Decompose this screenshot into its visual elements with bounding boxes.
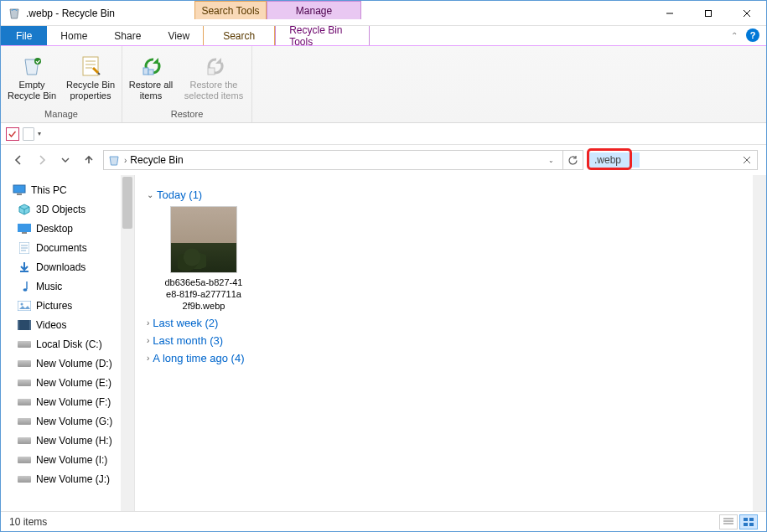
tree-label: Downloads: [36, 261, 86, 273]
tree-label: New Volume (H:): [36, 435, 112, 447]
minimize-button[interactable]: [650, 1, 689, 26]
refresh-button[interactable]: [562, 151, 583, 169]
group-last-month-label: Last month (3): [153, 334, 223, 347]
tree-new-volume-f[interactable]: New Volume (F:): [1, 392, 134, 411]
maximize-button[interactable]: [689, 1, 728, 26]
music-icon: [18, 281, 31, 292]
tree-new-volume-h[interactable]: New Volume (H:): [1, 431, 134, 450]
tree-label: 3D Objects: [36, 204, 86, 215]
quick-access-toolbar: ▾: [1, 123, 766, 145]
nav-recent-dropdown[interactable]: [56, 151, 75, 169]
tree-local-disk-c[interactable]: Local Disk (C:): [1, 334, 134, 354]
svg-rect-1: [706, 11, 712, 17]
svg-rect-14: [13, 185, 25, 193]
ribbon-group-restore: Restore all items Restore the selected i…: [122, 46, 252, 122]
drive-icon: [18, 358, 31, 369]
tree-new-volume-j[interactable]: New Volume (J:): [1, 469, 134, 488]
ribbon-tab-file[interactable]: File: [1, 26, 47, 45]
tree-label: New Volume (G:): [36, 416, 112, 427]
navigation-tree[interactable]: This PC 3D Objects Desktop Documents Dow…: [1, 175, 135, 511]
ribbon-group-restore-label: Restore: [127, 109, 246, 121]
group-last-month-header[interactable]: ›Last month (3): [147, 334, 754, 347]
search-box[interactable]: [588, 150, 758, 170]
nav-up-button[interactable]: [80, 151, 98, 169]
explorer-window: .webp - Recycle Bin Search Tools Manage …: [0, 0, 767, 532]
nav-forward-button[interactable]: [33, 151, 51, 169]
restore-all-items-button[interactable]: Restore all items: [127, 49, 174, 101]
ribbon-tab-share[interactable]: Share: [101, 26, 154, 45]
group-today-header[interactable]: ⌄Today (1): [147, 189, 754, 201]
breadcrumb-separator-icon[interactable]: ›: [124, 156, 127, 165]
tree-downloads[interactable]: Downloads: [1, 257, 134, 276]
qa-new-folder-icon[interactable]: [23, 127, 34, 141]
drive-icon: [18, 377, 31, 389]
drive-icon: [18, 396, 31, 408]
tree-new-volume-g[interactable]: New Volume (G:): [1, 411, 134, 431]
svg-point-4: [34, 58, 41, 65]
documents-icon: [18, 242, 31, 254]
nav-back-button[interactable]: [9, 151, 28, 169]
svg-rect-15: [17, 194, 22, 195]
cube-icon: [18, 204, 31, 215]
tree-scrollbar[interactable]: [121, 175, 134, 511]
minimize-ribbon-icon[interactable]: ⌃: [731, 31, 738, 40]
search-clear-button[interactable]: [737, 156, 757, 164]
svg-rect-24: [18, 301, 31, 311]
qa-properties-icon[interactable]: [6, 127, 19, 141]
group-long-time-header[interactable]: ›A long time ago (4): [147, 352, 754, 364]
recycle-bin-properties-button[interactable]: Recycle Bin properties: [65, 49, 117, 101]
address-history-dropdown[interactable]: ⌄: [548, 157, 554, 164]
tree-label: Music: [36, 281, 62, 292]
svg-point-25: [21, 302, 23, 305]
tree-documents[interactable]: Documents: [1, 238, 134, 257]
window-controls: [650, 1, 766, 26]
recycle-bin-icon: [8, 7, 21, 20]
help-icon[interactable]: ?: [746, 28, 759, 42]
chevron-down-icon: ⌄: [147, 190, 153, 199]
tree-3d-objects[interactable]: 3D Objects: [1, 199, 134, 219]
ribbon-tab-recycle-bin-tools[interactable]: Recycle Bin Tools: [275, 26, 370, 45]
svg-rect-28: [29, 320, 31, 330]
tree-label: Desktop: [36, 223, 73, 235]
file-item[interactable]: db636e5a-b827-41e8-81f9-a277711a2f9b.web…: [163, 206, 244, 312]
empty-recycle-bin-button[interactable]: Empty Recycle Bin: [6, 49, 58, 101]
details-view-button[interactable]: [719, 514, 738, 529]
status-bar: 10 items: [1, 511, 766, 531]
empty-recycle-bin-label: Empty Recycle Bin: [6, 80, 58, 101]
tree-new-volume-i[interactable]: New Volume (I:): [1, 450, 134, 469]
restore-all-label: Restore all items: [127, 80, 174, 101]
context-tab-search-tools[interactable]: Search Tools: [194, 1, 267, 19]
close-button[interactable]: [728, 1, 766, 26]
tree-label: New Volume (E:): [36, 377, 111, 389]
tree-desktop[interactable]: Desktop: [1, 219, 134, 238]
group-last-week-header[interactable]: ›Last week (2): [147, 317, 754, 329]
qa-customize-icon[interactable]: ▾: [38, 130, 41, 137]
titlebar: .webp - Recycle Bin Search Tools Manage: [1, 1, 766, 26]
tree-new-volume-e[interactable]: New Volume (E:): [1, 373, 134, 392]
svg-rect-35: [749, 523, 754, 526]
tree-videos[interactable]: Videos: [1, 315, 134, 334]
search-input[interactable]: [589, 152, 640, 168]
context-tab-manage[interactable]: Manage: [267, 1, 361, 19]
drive-icon: [18, 416, 31, 427]
videos-icon: [18, 319, 31, 331]
tree-pictures[interactable]: Pictures: [1, 296, 134, 315]
thumbnails-view-button[interactable]: [739, 514, 758, 529]
group-last-week-label: Last week (2): [153, 317, 218, 329]
tree-music[interactable]: Music: [1, 276, 134, 296]
recycle-bin-properties-label: Recycle Bin properties: [65, 80, 117, 101]
restore-selected-items-button: Restore the selected items: [181, 49, 246, 101]
context-tab-strip: Search Tools Manage: [194, 1, 361, 19]
tree-this-pc[interactable]: This PC: [1, 180, 134, 199]
results-pane[interactable]: ⌄Today (1) db636e5a-b827-41e8-81f9-a2777…: [135, 175, 766, 511]
recycle-bin-icon: [107, 153, 121, 167]
breadcrumb-recycle-bin[interactable]: Recycle Bin: [130, 154, 183, 166]
ribbon-tab-search[interactable]: Search: [203, 26, 275, 45]
tree-new-volume-d[interactable]: New Volume (D:): [1, 354, 134, 373]
ribbon-tab-home[interactable]: Home: [47, 26, 101, 45]
pictures-icon: [18, 300, 31, 312]
ribbon-tab-view[interactable]: View: [154, 26, 203, 45]
address-bar[interactable]: › Recycle Bin ⌄: [103, 150, 583, 170]
pane-scrollbar[interactable]: [753, 175, 766, 511]
svg-rect-10: [148, 70, 153, 75]
